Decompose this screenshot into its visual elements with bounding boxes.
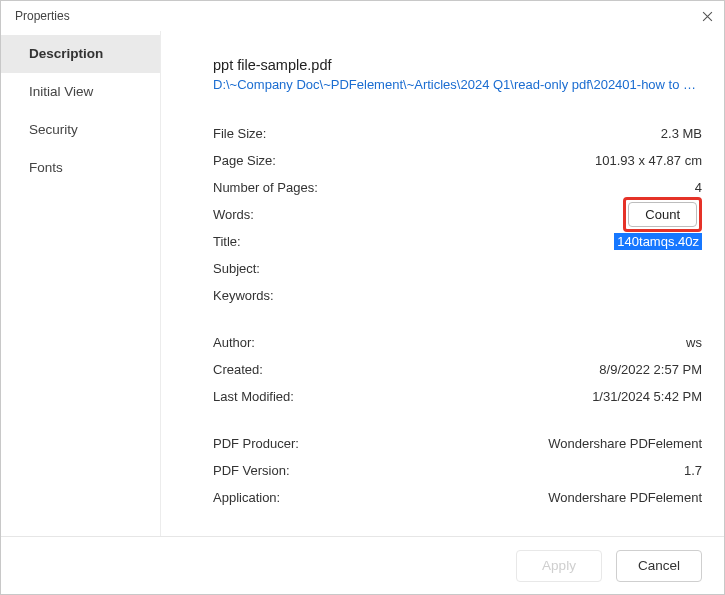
close-icon (702, 11, 713, 22)
label-page-size: Page Size: (213, 153, 413, 168)
tab-description[interactable]: Description (1, 35, 160, 73)
content-panel: ppt file-sample.pdf D:\~Company Doc\~PDF… (161, 31, 724, 536)
value-author: ws (413, 335, 702, 350)
document-name: ppt file-sample.pdf (213, 57, 702, 73)
count-highlight: Count (623, 197, 702, 232)
window-title: Properties (15, 9, 70, 23)
value-words: Count (413, 197, 702, 232)
titlebar: Properties (1, 1, 724, 31)
label-created: Created: (213, 362, 413, 377)
cancel-button[interactable]: Cancel (616, 550, 702, 582)
apply-button: Apply (516, 550, 602, 582)
tab-security[interactable]: Security (1, 111, 160, 149)
value-application: Wondershare PDFelement (413, 490, 702, 505)
tab-fonts[interactable]: Fonts (1, 149, 160, 187)
properties-dialog: Properties Description Initial View Secu… (0, 0, 725, 595)
label-modified: Last Modified: (213, 389, 413, 404)
document-path[interactable]: D:\~Company Doc\~PDFelement\~Articles\20… (213, 77, 702, 92)
label-pages: Number of Pages: (213, 180, 413, 195)
footer: Apply Cancel (1, 536, 724, 594)
label-words: Words: (213, 207, 413, 222)
label-title: Title: (213, 234, 413, 249)
value-title-wrap: 140tamqs.40z (413, 234, 702, 249)
count-button[interactable]: Count (628, 202, 697, 227)
dialog-body: Description Initial View Security Fonts … (1, 31, 724, 536)
value-created: 8/9/2022 2:57 PM (413, 362, 702, 377)
value-file-size: 2.3 MB (413, 126, 702, 141)
value-pages: 4 (413, 180, 702, 195)
value-title[interactable]: 140tamqs.40z (614, 233, 702, 250)
value-page-size: 101.93 x 47.87 cm (413, 153, 702, 168)
label-subject: Subject: (213, 261, 413, 276)
tab-initial-view[interactable]: Initial View (1, 73, 160, 111)
value-modified: 1/31/2024 5:42 PM (413, 389, 702, 404)
label-application: Application: (213, 490, 413, 505)
sidebar: Description Initial View Security Fonts (1, 31, 161, 536)
value-producer: Wondershare PDFelement (413, 436, 702, 451)
label-file-size: File Size: (213, 126, 413, 141)
label-producer: PDF Producer: (213, 436, 413, 451)
close-button[interactable] (698, 7, 716, 25)
label-version: PDF Version: (213, 463, 413, 478)
label-author: Author: (213, 335, 413, 350)
label-keywords: Keywords: (213, 288, 413, 303)
value-version: 1.7 (413, 463, 702, 478)
